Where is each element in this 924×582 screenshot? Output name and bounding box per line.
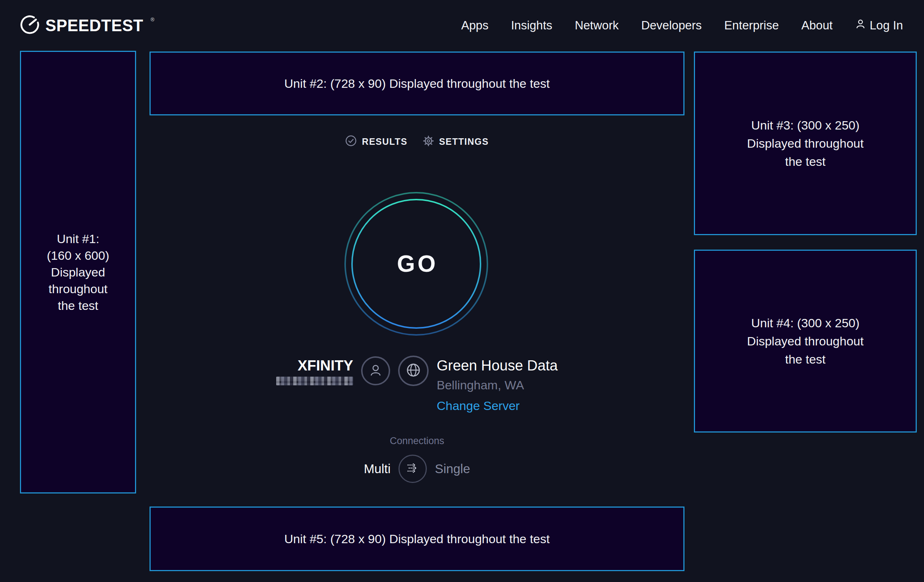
nav-item-network[interactable]: Network bbox=[575, 18, 619, 32]
login-button[interactable]: Log In bbox=[855, 18, 903, 32]
connections-title: Connections bbox=[150, 435, 685, 447]
logo-text: SPEEDTEST bbox=[45, 16, 144, 35]
user-outline-icon bbox=[855, 18, 866, 32]
nav-item-enterprise[interactable]: Enterprise bbox=[724, 18, 779, 32]
connections-toggle-button[interactable] bbox=[398, 455, 427, 483]
go-button-label: GO bbox=[344, 191, 489, 336]
connections-single-option[interactable]: Single bbox=[435, 462, 470, 476]
globe-icon bbox=[405, 362, 421, 379]
tab-results-label: RESULTS bbox=[362, 137, 407, 147]
change-server-link[interactable]: Change Server bbox=[437, 399, 558, 413]
ad-unit-1: Unit #1: (160 x 600) Displayed throughou… bbox=[20, 51, 136, 493]
server-location: Bellingham, WA bbox=[437, 378, 558, 392]
ad-unit-2-label: Unit #2: (728 x 90) Displayed throughout… bbox=[284, 77, 549, 91]
gear-icon bbox=[423, 135, 434, 148]
check-circle-icon bbox=[345, 135, 357, 148]
ad-unit-1-label: Unit #1: (160 x 600) Displayed throughou… bbox=[47, 231, 109, 314]
nav-item-about[interactable]: About bbox=[801, 18, 833, 32]
ad-unit-5: Unit #5: (728 x 90) Displayed throughout… bbox=[150, 506, 685, 571]
tab-bar: RESULTS SETTINGS bbox=[150, 130, 685, 153]
ad-unit-2: Unit #2: (728 x 90) Displayed throughout… bbox=[150, 51, 685, 115]
server-block: Green House Data Bellingham, WA Change S… bbox=[437, 356, 558, 413]
speedtest-page: SPEEDTEST ® Apps Insights Network Develo… bbox=[0, 0, 924, 582]
nav-item-insights[interactable]: Insights bbox=[511, 18, 553, 32]
connections-toggle-row: Multi Single bbox=[150, 455, 685, 483]
main-nav: Apps Insights Network Developers Enterpr… bbox=[461, 18, 903, 32]
top-nav: SPEEDTEST ® Apps Insights Network Develo… bbox=[0, 0, 924, 51]
speedtest-logo[interactable]: SPEEDTEST ® bbox=[20, 15, 156, 36]
multi-connection-icon bbox=[405, 460, 420, 477]
ad-unit-4-label: Unit #4: (300 x 250) Displayed throughou… bbox=[747, 314, 863, 368]
tab-results[interactable]: RESULTS bbox=[345, 135, 407, 148]
tab-settings[interactable]: SETTINGS bbox=[423, 135, 489, 148]
isp-name: XFINITY bbox=[276, 357, 353, 374]
nav-item-apps[interactable]: Apps bbox=[461, 18, 488, 32]
login-label: Log In bbox=[870, 18, 903, 32]
nav-item-developers[interactable]: Developers bbox=[641, 18, 702, 32]
speedometer-icon bbox=[20, 15, 40, 36]
logo-trademark: ® bbox=[151, 17, 154, 23]
ad-unit-5-label: Unit #5: (728 x 90) Displayed throughout… bbox=[284, 532, 549, 546]
connections-section: Connections Multi Single bbox=[150, 435, 685, 483]
ad-unit-4: Unit #4: (300 x 250) Displayed throughou… bbox=[694, 250, 917, 432]
isp-avatar bbox=[361, 356, 390, 385]
ad-unit-3: Unit #3: (300 x 250) Displayed throughou… bbox=[694, 51, 917, 235]
isp-block: XFINITY bbox=[276, 356, 353, 385]
user-icon bbox=[369, 363, 383, 378]
censored-ip-address bbox=[276, 377, 353, 385]
connections-multi-option[interactable]: Multi bbox=[364, 462, 391, 476]
server-globe-circle[interactable] bbox=[398, 356, 429, 386]
go-button[interactable]: GO bbox=[344, 191, 489, 336]
connection-info-row: XFINITY Green House Data Belling bbox=[150, 356, 685, 413]
tab-settings-label: SETTINGS bbox=[439, 137, 489, 147]
server-name: Green House Data bbox=[437, 357, 558, 374]
ad-unit-3-label: Unit #3: (300 x 250) Displayed throughou… bbox=[747, 116, 863, 171]
